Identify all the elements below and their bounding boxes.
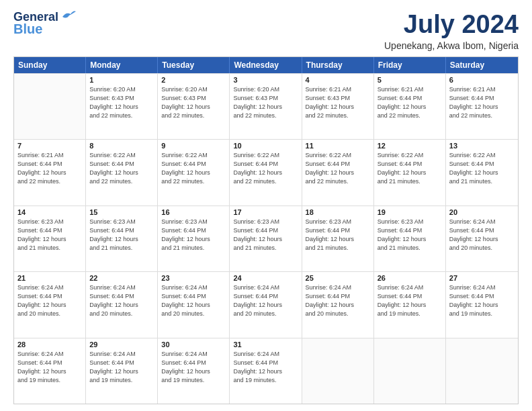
day-number: 11 xyxy=(306,142,370,150)
day-number: 24 xyxy=(233,274,298,282)
title-block: July 2024 Upenekang, Akwa Ibom, Nigeria xyxy=(384,11,519,51)
day-number: 25 xyxy=(306,274,370,282)
calendar-header-cell: Tuesday xyxy=(158,57,230,73)
day-info: Sunrise: 6:24 AM Sunset: 6:44 PM Dayligh… xyxy=(17,283,82,318)
calendar-day-cell: 18Sunrise: 6:23 AM Sunset: 6:44 PM Dayli… xyxy=(302,206,374,271)
day-number: 27 xyxy=(449,274,515,282)
calendar-day-cell: 24Sunrise: 6:24 AM Sunset: 6:44 PM Dayli… xyxy=(230,272,302,337)
main-title: July 2024 xyxy=(384,11,519,39)
calendar-day-cell: 7Sunrise: 6:21 AM Sunset: 6:44 PM Daylig… xyxy=(14,140,86,205)
calendar-week: 1Sunrise: 6:20 AM Sunset: 6:43 PM Daylig… xyxy=(14,73,518,139)
calendar-day-cell: 6Sunrise: 6:21 AM Sunset: 6:44 PM Daylig… xyxy=(446,74,518,139)
day-info: Sunrise: 6:24 AM Sunset: 6:44 PM Dayligh… xyxy=(161,283,226,318)
calendar-header-cell: Monday xyxy=(86,57,158,73)
day-info: Sunrise: 6:20 AM Sunset: 6:43 PM Dayligh… xyxy=(233,85,298,120)
day-number: 12 xyxy=(378,142,442,150)
logo-text-blue: Blue xyxy=(13,21,42,36)
day-info: Sunrise: 6:24 AM Sunset: 6:44 PM Dayligh… xyxy=(449,283,515,318)
calendar-header-row: SundayMondayTuesdayWednesdayThursdayFrid… xyxy=(14,57,518,73)
day-number: 30 xyxy=(161,340,226,349)
calendar-day-cell: 3Sunrise: 6:20 AM Sunset: 6:43 PM Daylig… xyxy=(230,74,302,139)
day-info: Sunrise: 6:22 AM Sunset: 6:44 PM Dayligh… xyxy=(449,151,515,186)
calendar-day-cell: 10Sunrise: 6:22 AM Sunset: 6:44 PM Dayli… xyxy=(230,140,302,205)
day-info: Sunrise: 6:24 AM Sunset: 6:44 PM Dayligh… xyxy=(449,218,515,253)
logo: General Blue xyxy=(13,11,76,36)
calendar-header-cell: Saturday xyxy=(446,57,518,73)
day-info: Sunrise: 6:22 AM Sunset: 6:44 PM Dayligh… xyxy=(89,151,154,186)
day-info: Sunrise: 6:23 AM Sunset: 6:44 PM Dayligh… xyxy=(17,218,82,253)
calendar-day-cell: 12Sunrise: 6:22 AM Sunset: 6:44 PM Dayli… xyxy=(374,140,446,205)
day-number: 28 xyxy=(17,340,82,349)
calendar-day-cell: 14Sunrise: 6:23 AM Sunset: 6:44 PM Dayli… xyxy=(14,206,86,271)
calendar-day-cell: 4Sunrise: 6:21 AM Sunset: 6:43 PM Daylig… xyxy=(302,74,374,139)
day-number: 22 xyxy=(89,274,154,282)
day-info: Sunrise: 6:21 AM Sunset: 6:44 PM Dayligh… xyxy=(449,85,515,120)
day-number: 15 xyxy=(89,208,154,216)
calendar-day-cell: 31Sunrise: 6:24 AM Sunset: 6:44 PM Dayli… xyxy=(230,338,302,404)
day-number: 18 xyxy=(306,208,370,216)
calendar-day-cell xyxy=(14,74,86,139)
day-number: 26 xyxy=(378,274,442,282)
subtitle: Upenekang, Akwa Ibom, Nigeria xyxy=(384,40,519,51)
calendar-day-cell: 28Sunrise: 6:24 AM Sunset: 6:44 PM Dayli… xyxy=(14,338,86,404)
day-number: 17 xyxy=(233,208,298,216)
calendar-day-cell: 17Sunrise: 6:23 AM Sunset: 6:44 PM Dayli… xyxy=(230,206,302,271)
calendar-header-cell: Wednesday xyxy=(230,57,302,73)
day-number: 20 xyxy=(449,208,515,216)
calendar-day-cell: 23Sunrise: 6:24 AM Sunset: 6:44 PM Dayli… xyxy=(158,272,230,337)
day-info: Sunrise: 6:22 AM Sunset: 6:44 PM Dayligh… xyxy=(233,151,298,186)
day-number: 7 xyxy=(17,142,82,150)
day-number: 16 xyxy=(161,208,226,216)
day-number: 9 xyxy=(161,142,226,150)
calendar-day-cell: 15Sunrise: 6:23 AM Sunset: 6:44 PM Dayli… xyxy=(86,206,158,271)
calendar-day-cell: 27Sunrise: 6:24 AM Sunset: 6:44 PM Dayli… xyxy=(446,272,518,337)
day-info: Sunrise: 6:24 AM Sunset: 6:44 PM Dayligh… xyxy=(233,283,298,318)
calendar-body: 1Sunrise: 6:20 AM Sunset: 6:43 PM Daylig… xyxy=(14,73,518,404)
calendar-day-cell: 25Sunrise: 6:24 AM Sunset: 6:44 PM Dayli… xyxy=(302,272,374,337)
day-info: Sunrise: 6:22 AM Sunset: 6:44 PM Dayligh… xyxy=(378,151,442,186)
calendar-day-cell xyxy=(446,338,518,404)
day-number: 5 xyxy=(378,76,442,84)
day-number: 3 xyxy=(233,76,298,84)
day-info: Sunrise: 6:23 AM Sunset: 6:44 PM Dayligh… xyxy=(306,218,370,253)
day-number: 4 xyxy=(306,76,370,84)
day-info: Sunrise: 6:23 AM Sunset: 6:44 PM Dayligh… xyxy=(233,218,298,253)
day-number: 2 xyxy=(161,76,226,84)
day-info: Sunrise: 6:24 AM Sunset: 6:44 PM Dayligh… xyxy=(17,350,82,385)
day-info: Sunrise: 6:21 AM Sunset: 6:44 PM Dayligh… xyxy=(17,151,82,186)
day-number: 19 xyxy=(378,208,442,216)
calendar-week: 21Sunrise: 6:24 AM Sunset: 6:44 PM Dayli… xyxy=(14,271,518,337)
calendar-day-cell: 11Sunrise: 6:22 AM Sunset: 6:44 PM Dayli… xyxy=(302,140,374,205)
calendar-day-cell: 21Sunrise: 6:24 AM Sunset: 6:44 PM Dayli… xyxy=(14,272,86,337)
day-info: Sunrise: 6:20 AM Sunset: 6:43 PM Dayligh… xyxy=(161,85,226,120)
day-number: 8 xyxy=(89,142,154,150)
logo-bird-icon xyxy=(61,10,76,22)
calendar-day-cell: 30Sunrise: 6:24 AM Sunset: 6:44 PM Dayli… xyxy=(158,338,230,404)
calendar: SundayMondayTuesdayWednesdayThursdayFrid… xyxy=(13,56,519,404)
calendar-week: 28Sunrise: 6:24 AM Sunset: 6:44 PM Dayli… xyxy=(14,338,518,404)
page: General Blue July 2024 Upenekang, Akwa I… xyxy=(0,0,532,411)
day-number: 29 xyxy=(89,340,154,349)
day-number: 6 xyxy=(449,76,515,84)
calendar-header-cell: Friday xyxy=(374,57,446,73)
calendar-day-cell xyxy=(374,338,446,404)
calendar-day-cell: 26Sunrise: 6:24 AM Sunset: 6:44 PM Dayli… xyxy=(374,272,446,337)
day-info: Sunrise: 6:24 AM Sunset: 6:44 PM Dayligh… xyxy=(306,283,370,318)
header: General Blue July 2024 Upenekang, Akwa I… xyxy=(13,11,519,51)
day-number: 10 xyxy=(233,142,298,150)
day-number: 1 xyxy=(89,76,154,84)
day-number: 13 xyxy=(449,142,515,150)
day-info: Sunrise: 6:24 AM Sunset: 6:44 PM Dayligh… xyxy=(233,350,298,385)
day-info: Sunrise: 6:21 AM Sunset: 6:43 PM Dayligh… xyxy=(306,85,370,120)
calendar-day-cell: 13Sunrise: 6:22 AM Sunset: 6:44 PM Dayli… xyxy=(446,140,518,205)
calendar-header-cell: Sunday xyxy=(14,57,86,73)
day-info: Sunrise: 6:20 AM Sunset: 6:43 PM Dayligh… xyxy=(89,85,154,120)
calendar-day-cell: 20Sunrise: 6:24 AM Sunset: 6:44 PM Dayli… xyxy=(446,206,518,271)
calendar-header-cell: Thursday xyxy=(302,57,374,73)
calendar-day-cell: 16Sunrise: 6:23 AM Sunset: 6:44 PM Dayli… xyxy=(158,206,230,271)
calendar-week: 7Sunrise: 6:21 AM Sunset: 6:44 PM Daylig… xyxy=(14,139,518,205)
calendar-day-cell: 5Sunrise: 6:21 AM Sunset: 6:44 PM Daylig… xyxy=(374,74,446,139)
day-info: Sunrise: 6:24 AM Sunset: 6:44 PM Dayligh… xyxy=(378,283,442,318)
calendar-day-cell: 29Sunrise: 6:24 AM Sunset: 6:44 PM Dayli… xyxy=(86,338,158,404)
day-info: Sunrise: 6:24 AM Sunset: 6:44 PM Dayligh… xyxy=(89,283,154,318)
